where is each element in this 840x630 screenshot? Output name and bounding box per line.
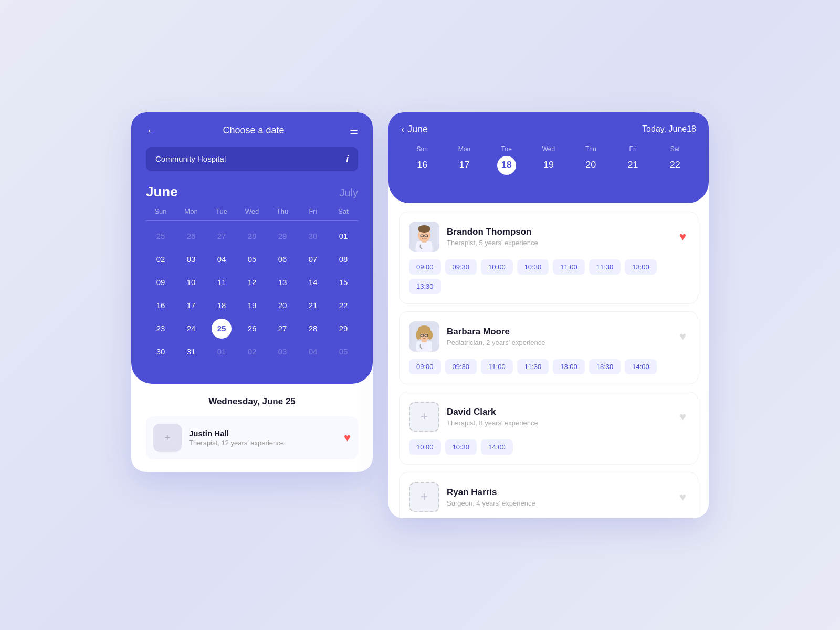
week-day-number[interactable]: 20 — [581, 156, 600, 175]
time-slot-button[interactable]: 10:30 — [517, 259, 549, 275]
calendar-day[interactable]: 07 — [303, 249, 323, 269]
doctor-card-header: + Ryan HarrisSurgeon, 4 years' experienc… — [409, 482, 688, 512]
calendar-day[interactable]: 26 — [181, 226, 201, 246]
calendar-day[interactable]: 05 — [242, 249, 262, 269]
calendar-day[interactable]: 30 — [151, 342, 171, 362]
calendar-day[interactable]: 25 — [212, 319, 232, 339]
calendar-day[interactable]: 25 — [151, 226, 171, 246]
calendar-day[interactable]: 26 — [242, 319, 262, 339]
time-slot-button[interactable]: 11:00 — [481, 359, 513, 374]
time-slot-button[interactable]: 10:00 — [481, 259, 513, 275]
time-slots: 09:0009:3010:0010:3011:0011:3013:0013:30 — [409, 259, 688, 294]
doctor-photo: + — [409, 402, 439, 432]
calendar-day[interactable]: 08 — [333, 249, 353, 269]
calendar-day[interactable]: 04 — [212, 249, 232, 269]
week-day-column[interactable]: Sun16 — [401, 143, 443, 177]
calendar-day[interactable]: 01 — [212, 342, 232, 362]
time-slot-button[interactable]: 13:00 — [553, 359, 585, 374]
back-button[interactable]: ← — [146, 125, 158, 136]
calendar-day[interactable]: 06 — [272, 249, 292, 269]
calendar-day[interactable]: 27 — [212, 226, 232, 246]
time-slot-button[interactable]: 14:00 — [625, 359, 657, 374]
week-day-name: Mon — [443, 145, 485, 153]
calendar-day[interactable]: 11 — [212, 272, 232, 292]
calendar-day[interactable]: 31 — [181, 342, 201, 362]
calendar-day[interactable]: 18 — [212, 296, 232, 316]
doctor-card-mini[interactable]: + Justin Hall Therapist, 12 years' exper… — [146, 416, 358, 459]
calendar-day[interactable]: 21 — [303, 296, 323, 316]
week-day-column[interactable]: Fri21 — [612, 143, 654, 177]
calendar-day[interactable]: 09 — [151, 272, 171, 292]
calendar-day[interactable]: 16 — [151, 296, 171, 316]
time-slot-button[interactable]: 11:30 — [517, 359, 549, 374]
time-slot-button[interactable]: 10:00 — [409, 439, 441, 455]
calendar-day[interactable]: 19 — [242, 296, 262, 316]
hospital-bar[interactable]: Community Hospital i — [146, 147, 358, 171]
calendar-day[interactable]: 02 — [242, 342, 262, 362]
week-day-column[interactable]: Tue18 — [486, 143, 528, 177]
week-day-column[interactable]: Mon17 — [443, 143, 485, 177]
calendar-day[interactable]: 02 — [151, 249, 171, 269]
calendar-day[interactable]: 15 — [333, 272, 353, 292]
day-header: Sun — [146, 207, 175, 219]
svg-rect-12 — [416, 341, 432, 352]
time-slot-button[interactable]: 09:30 — [445, 359, 477, 374]
calendar-day[interactable]: 01 — [333, 226, 353, 246]
filter-button[interactable]: ⚌ — [350, 125, 358, 136]
calendar-day[interactable]: 29 — [333, 319, 353, 339]
svg-point-17 — [427, 330, 433, 340]
current-month: June — [146, 184, 178, 200]
calendar-day[interactable]: 28 — [242, 226, 262, 246]
time-slot-button[interactable]: 11:00 — [553, 259, 585, 275]
week-day-column[interactable]: Thu20 — [570, 143, 612, 177]
calendar-day[interactable]: 30 — [303, 226, 323, 246]
week-day-name: Sun — [401, 145, 443, 153]
time-slot-button[interactable]: 09:00 — [409, 359, 441, 374]
week-day-number[interactable]: 22 — [666, 156, 685, 175]
doctor-photo: + — [409, 482, 439, 512]
time-slot-button[interactable]: 09:30 — [445, 259, 477, 275]
doctor-name: Barbara Moore — [447, 327, 670, 337]
favorite-icon-mini[interactable]: ♥ — [344, 431, 351, 445]
favorite-button[interactable]: ♥ — [677, 328, 688, 345]
month-nav-button[interactable]: ‹ June — [401, 124, 428, 135]
favorite-button[interactable]: ♥ — [677, 228, 688, 246]
calendar-day[interactable]: 14 — [303, 272, 323, 292]
calendar-day[interactable]: 29 — [272, 226, 292, 246]
time-slot-button[interactable]: 13:30 — [409, 279, 441, 294]
week-day-number[interactable]: 16 — [413, 156, 432, 175]
favorite-button[interactable]: ♥ — [677, 408, 688, 426]
calendar-day[interactable]: 20 — [272, 296, 292, 316]
calendar-day[interactable]: 27 — [272, 319, 292, 339]
week-day-number[interactable]: 18 — [497, 156, 516, 175]
calendar-day[interactable]: 03 — [181, 249, 201, 269]
time-slot-button[interactable]: 10:30 — [445, 439, 477, 455]
svg-rect-4 — [416, 242, 432, 252]
calendar-day[interactable]: 22 — [333, 296, 353, 316]
calendar-day[interactable]: 24 — [181, 319, 201, 339]
calendar-day[interactable]: 28 — [303, 319, 323, 339]
time-slot-button[interactable]: 14:00 — [481, 439, 513, 455]
time-slots: 10:0010:3014:00 — [409, 439, 688, 455]
calendar-day[interactable]: 13 — [272, 272, 292, 292]
week-day-column[interactable]: Wed19 — [528, 143, 570, 177]
calendar-day[interactable]: 23 — [151, 319, 171, 339]
calendar-day[interactable]: 03 — [272, 342, 292, 362]
week-day-column[interactable]: Sat22 — [654, 143, 696, 177]
week-day-number[interactable]: 19 — [539, 156, 558, 175]
calendar-separator — [146, 220, 358, 221]
time-slot-button[interactable]: 13:00 — [625, 259, 657, 275]
calendar-day[interactable]: 05 — [333, 342, 353, 362]
doctor-name: Ryan Harris — [447, 487, 670, 498]
calendar-day[interactable]: 12 — [242, 272, 262, 292]
week-day-number[interactable]: 21 — [624, 156, 643, 175]
info-button[interactable]: i — [346, 154, 349, 164]
favorite-button[interactable]: ♥ — [677, 488, 688, 506]
time-slot-button[interactable]: 13:30 — [589, 359, 621, 374]
calendar-day[interactable]: 04 — [303, 342, 323, 362]
calendar-day[interactable]: 10 — [181, 272, 201, 292]
time-slot-button[interactable]: 11:30 — [589, 259, 621, 275]
week-day-number[interactable]: 17 — [455, 156, 474, 175]
calendar-day[interactable]: 17 — [181, 296, 201, 316]
time-slot-button[interactable]: 09:00 — [409, 259, 441, 275]
